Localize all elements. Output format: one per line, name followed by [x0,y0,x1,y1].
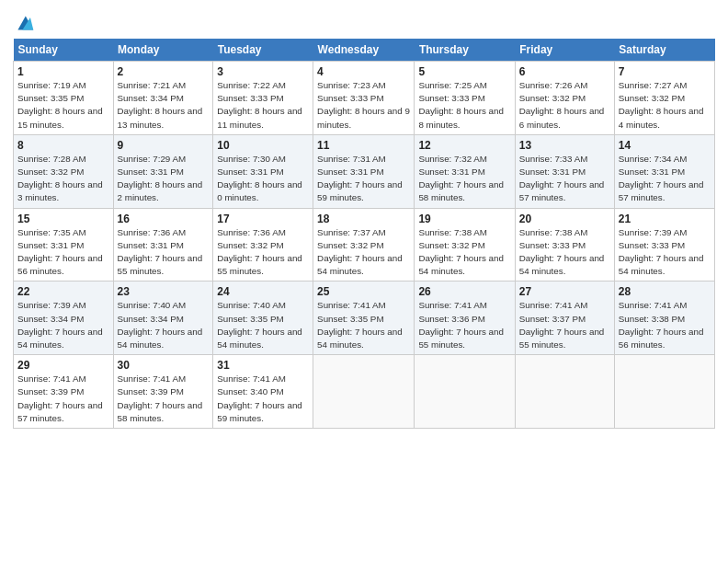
day-number: 18 [317,213,410,225]
page-header [13,9,715,33]
day-info: Sunrise: 7:25 AMSunset: 3:33 PMDaylight:… [418,79,510,132]
day-number: 21 [619,213,711,225]
day-number: 17 [217,213,309,225]
calendar-day-cell: 1 Sunrise: 7:19 AMSunset: 3:35 PMDayligh… [14,62,114,135]
calendar-body: 1 Sunrise: 7:19 AMSunset: 3:35 PMDayligh… [14,62,715,429]
day-info: Sunrise: 7:40 AMSunset: 3:35 PMDaylight:… [217,299,309,351]
calendar-day-cell: 15 Sunrise: 7:35 AMSunset: 3:31 PMDaylig… [14,208,114,282]
calendar-day-cell: 16 Sunrise: 7:36 AMSunset: 3:31 PMDaylig… [113,208,213,282]
calendar-day-cell: 29 Sunrise: 7:41 AMSunset: 3:39 PMDaylig… [14,355,114,429]
calendar-week-row: 8 Sunrise: 7:28 AMSunset: 3:32 PMDayligh… [14,134,715,208]
day-info: Sunrise: 7:36 AMSunset: 3:31 PMDaylight:… [118,226,210,279]
calendar-day-cell: 21 Sunrise: 7:39 AMSunset: 3:33 PMDaylig… [614,208,714,282]
day-number: 16 [118,213,210,225]
day-number: 11 [317,139,410,152]
calendar-week-row: 1 Sunrise: 7:19 AMSunset: 3:35 PMDayligh… [14,62,715,135]
day-number: 19 [418,213,510,225]
calendar-day-cell: 13 Sunrise: 7:33 AMSunset: 3:31 PMDaylig… [515,134,614,208]
day-info: Sunrise: 7:19 AMSunset: 3:35 PMDaylight:… [17,79,109,132]
dow-cell: Wednesday [313,39,415,62]
day-number: 5 [418,65,510,78]
calendar-day-cell: 9 Sunrise: 7:29 AMSunset: 3:31 PMDayligh… [113,134,213,208]
day-info: Sunrise: 7:41 AMSunset: 3:39 PMDaylight:… [17,373,109,425]
day-info: Sunrise: 7:33 AMSunset: 3:31 PMDaylight:… [519,153,610,205]
day-info: Sunrise: 7:34 AMSunset: 3:31 PMDaylight:… [619,153,711,205]
logo-icon [15,13,35,33]
calendar-table: SundayMondayTuesdayWednesdayThursdayFrid… [13,39,715,429]
day-number: 23 [118,285,210,298]
day-info: Sunrise: 7:23 AMSunset: 3:33 PMDaylight:… [317,79,410,132]
day-number: 4 [317,65,410,78]
dow-cell: Sunday [14,39,114,62]
logo [13,13,35,33]
day-info: Sunrise: 7:41 AMSunset: 3:37 PMDaylight:… [519,299,610,351]
day-info: Sunrise: 7:27 AMSunset: 3:32 PMDaylight:… [619,79,711,132]
day-number: 20 [519,213,610,225]
day-number: 24 [217,285,309,298]
day-info: Sunrise: 7:31 AMSunset: 3:31 PMDaylight:… [317,153,410,205]
day-info: Sunrise: 7:38 AMSunset: 3:32 PMDaylight:… [418,226,510,279]
calendar-day-cell [415,355,515,429]
day-info: Sunrise: 7:32 AMSunset: 3:31 PMDaylight:… [418,153,510,205]
calendar-day-cell: 12 Sunrise: 7:32 AMSunset: 3:31 PMDaylig… [415,134,515,208]
calendar-day-cell: 6 Sunrise: 7:26 AMSunset: 3:32 PMDayligh… [515,62,614,135]
day-number: 31 [217,359,309,372]
day-info: Sunrise: 7:21 AMSunset: 3:34 PMDaylight:… [118,79,210,132]
day-info: Sunrise: 7:36 AMSunset: 3:32 PMDaylight:… [217,226,309,279]
calendar-week-row: 29 Sunrise: 7:41 AMSunset: 3:39 PMDaylig… [14,355,715,429]
day-number: 22 [17,285,109,298]
day-info: Sunrise: 7:26 AMSunset: 3:32 PMDaylight:… [519,79,610,132]
day-info: Sunrise: 7:39 AMSunset: 3:33 PMDaylight:… [619,226,711,279]
day-number: 15 [17,213,109,225]
day-info: Sunrise: 7:35 AMSunset: 3:31 PMDaylight:… [17,226,109,279]
day-number: 26 [418,285,510,298]
calendar-day-cell: 19 Sunrise: 7:38 AMSunset: 3:32 PMDaylig… [415,208,515,282]
day-of-week-header: SundayMondayTuesdayWednesdayThursdayFrid… [14,39,715,62]
day-info: Sunrise: 7:38 AMSunset: 3:33 PMDaylight:… [519,226,610,279]
calendar-day-cell: 8 Sunrise: 7:28 AMSunset: 3:32 PMDayligh… [14,134,114,208]
day-info: Sunrise: 7:41 AMSunset: 3:38 PMDaylight:… [619,299,711,351]
calendar-day-cell: 17 Sunrise: 7:36 AMSunset: 3:32 PMDaylig… [213,208,313,282]
day-number: 8 [17,139,109,152]
day-number: 9 [118,139,210,152]
dow-cell: Monday [113,39,213,62]
calendar-day-cell: 5 Sunrise: 7:25 AMSunset: 3:33 PMDayligh… [415,62,515,135]
day-info: Sunrise: 7:30 AMSunset: 3:31 PMDaylight:… [217,153,309,205]
calendar-day-cell: 27 Sunrise: 7:41 AMSunset: 3:37 PMDaylig… [515,282,614,355]
day-number: 10 [217,139,309,152]
calendar-day-cell: 31 Sunrise: 7:41 AMSunset: 3:40 PMDaylig… [213,355,313,429]
dow-cell: Thursday [415,39,515,62]
day-info: Sunrise: 7:41 AMSunset: 3:35 PMDaylight:… [317,299,410,351]
dow-cell: Saturday [614,39,714,62]
day-info: Sunrise: 7:29 AMSunset: 3:31 PMDaylight:… [118,153,210,205]
calendar-day-cell: 26 Sunrise: 7:41 AMSunset: 3:36 PMDaylig… [415,282,515,355]
day-info: Sunrise: 7:37 AMSunset: 3:32 PMDaylight:… [317,226,410,279]
day-number: 7 [619,65,711,78]
calendar-day-cell: 14 Sunrise: 7:34 AMSunset: 3:31 PMDaylig… [614,134,714,208]
day-number: 6 [519,65,610,78]
calendar-day-cell: 28 Sunrise: 7:41 AMSunset: 3:38 PMDaylig… [614,282,714,355]
calendar-day-cell: 4 Sunrise: 7:23 AMSunset: 3:33 PMDayligh… [313,62,415,135]
calendar-day-cell: 11 Sunrise: 7:31 AMSunset: 3:31 PMDaylig… [313,134,415,208]
day-info: Sunrise: 7:39 AMSunset: 3:34 PMDaylight:… [17,299,109,351]
dow-cell: Tuesday [213,39,313,62]
day-info: Sunrise: 7:28 AMSunset: 3:32 PMDaylight:… [17,153,109,205]
day-number: 14 [619,139,711,152]
calendar-day-cell: 10 Sunrise: 7:30 AMSunset: 3:31 PMDaylig… [213,134,313,208]
calendar-day-cell: 25 Sunrise: 7:41 AMSunset: 3:35 PMDaylig… [313,282,415,355]
calendar-day-cell: 20 Sunrise: 7:38 AMSunset: 3:33 PMDaylig… [515,208,614,282]
calendar-day-cell: 30 Sunrise: 7:41 AMSunset: 3:39 PMDaylig… [113,355,213,429]
calendar-week-row: 22 Sunrise: 7:39 AMSunset: 3:34 PMDaylig… [14,282,715,355]
calendar-day-cell: 24 Sunrise: 7:40 AMSunset: 3:35 PMDaylig… [213,282,313,355]
day-info: Sunrise: 7:41 AMSunset: 3:40 PMDaylight:… [217,373,309,425]
calendar-day-cell: 3 Sunrise: 7:22 AMSunset: 3:33 PMDayligh… [213,62,313,135]
day-number: 3 [217,65,309,78]
day-number: 13 [519,139,610,152]
day-number: 28 [619,285,711,298]
day-info: Sunrise: 7:41 AMSunset: 3:39 PMDaylight:… [118,373,210,425]
calendar-day-cell: 18 Sunrise: 7:37 AMSunset: 3:32 PMDaylig… [313,208,415,282]
calendar-day-cell: 7 Sunrise: 7:27 AMSunset: 3:32 PMDayligh… [614,62,714,135]
day-number: 1 [17,65,109,78]
dow-cell: Friday [515,39,614,62]
day-number: 12 [418,139,510,152]
